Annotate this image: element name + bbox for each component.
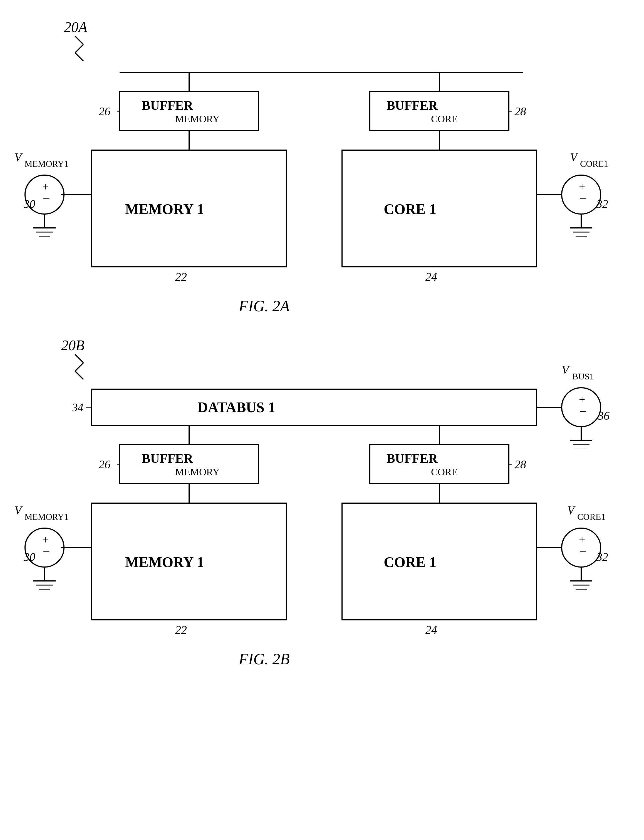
fig2a-memory1-label: MEMORY 1 bbox=[125, 201, 204, 217]
svg-line-0 bbox=[75, 36, 84, 44]
fig2a-core1-box bbox=[342, 150, 537, 267]
svg-line-20 bbox=[75, 354, 84, 363]
fig2a-core1-ref: 24 bbox=[426, 271, 437, 283]
fig2b-buffer-memory-ref: 26 bbox=[99, 458, 110, 471]
fig2a-ref-label: 20A bbox=[64, 19, 87, 35]
fig2a-vcore-ref: 32 bbox=[596, 198, 608, 210]
fig2b-vmem-ref: 30 bbox=[23, 551, 35, 563]
fig2b-memory1-ref: 22 bbox=[175, 623, 187, 636]
svg-line-1 bbox=[75, 44, 84, 53]
fig2b-caption: FIG. 2B bbox=[238, 650, 290, 668]
svg-line-21 bbox=[75, 363, 84, 371]
fig2b-buffer-memory-subscript: MEMORY bbox=[175, 466, 220, 477]
diagram-container: 20A BUFFER MEMORY 26 BUFFER CORE 28 MEMO… bbox=[0, 0, 644, 840]
fig2b-vcore-plus: + bbox=[579, 533, 585, 546]
svg-line-22 bbox=[75, 371, 84, 379]
fig2b-vbus-v-label: V bbox=[562, 364, 570, 376]
svg-line-2 bbox=[75, 53, 84, 61]
fig2b-vcore-minus: − bbox=[579, 545, 586, 559]
fig2b-vbus-ref: 36 bbox=[598, 409, 610, 422]
fig2b-memory1-label: MEMORY 1 bbox=[125, 554, 204, 570]
fig2a-vmem-minus: − bbox=[43, 192, 50, 206]
fig2a-buffer-core-ref: 28 bbox=[514, 105, 526, 118]
fig2b-vbus-plus: + bbox=[579, 393, 585, 405]
fig2b-buffer-core-label: BUFFER bbox=[386, 451, 438, 466]
fig2b-vbus-minus: − bbox=[579, 404, 586, 418]
fig2a-vcore-v-label: V bbox=[570, 151, 578, 164]
fig2b-buffer-core-ref: 28 bbox=[514, 458, 526, 471]
fig2a-core1-label: CORE 1 bbox=[384, 201, 436, 217]
fig2a-memory1-ref: 22 bbox=[175, 271, 187, 283]
fig2a-vmem-v-subscript: MEMORY1 bbox=[25, 159, 68, 169]
fig2b-databus-ref: 34 bbox=[71, 401, 84, 414]
fig2a-vmem-ref: 30 bbox=[23, 198, 35, 210]
fig2b-core1-box bbox=[342, 503, 537, 620]
fig2a-buffer-core-subscript: CORE bbox=[431, 113, 458, 125]
fig2a-vcore-minus: − bbox=[579, 192, 586, 206]
fig2a-caption: FIG. 2A bbox=[238, 297, 290, 315]
fig2b-vcore-v-subscript: CORE1 bbox=[577, 512, 605, 522]
fig2a-buffer-memory-label: BUFFER bbox=[142, 98, 193, 113]
fig2b-vmem-minus: − bbox=[43, 545, 50, 559]
fig2b-vcore-ref: 32 bbox=[596, 551, 608, 563]
fig2b-vmem-v-subscript: MEMORY1 bbox=[25, 512, 68, 522]
fig2a-buffer-memory-subscript: MEMORY bbox=[175, 113, 220, 125]
fig2b-core1-ref: 24 bbox=[426, 623, 437, 636]
fig2b-core1-label: CORE 1 bbox=[384, 554, 436, 570]
fig2b-vbus-v-subscript: BUS1 bbox=[572, 371, 594, 381]
fig2a-vmem-v-label: V bbox=[15, 151, 23, 164]
fig2b-ref-label: 20B bbox=[61, 338, 85, 353]
fig2b-vmem-v-label: V bbox=[15, 504, 23, 517]
fig2a-vmem-plus: + bbox=[42, 180, 49, 193]
fig2b-vcore-v-label: V bbox=[567, 504, 576, 517]
fig2a-buffer-core-label: BUFFER bbox=[386, 98, 438, 113]
fig2a-vcore-plus: + bbox=[579, 180, 585, 193]
fig2a-buffer-memory-ref: 26 bbox=[99, 105, 110, 118]
fig2b-databus-label: DATABUS 1 bbox=[197, 399, 275, 415]
fig2b-vmem-plus: + bbox=[42, 533, 49, 546]
fig2b-buffer-core-subscript: CORE bbox=[431, 466, 458, 477]
fig2a-vcore-v-subscript: CORE1 bbox=[580, 159, 608, 169]
fig2b-databus-box bbox=[92, 389, 537, 425]
fig2b-buffer-memory-label: BUFFER bbox=[142, 451, 193, 466]
